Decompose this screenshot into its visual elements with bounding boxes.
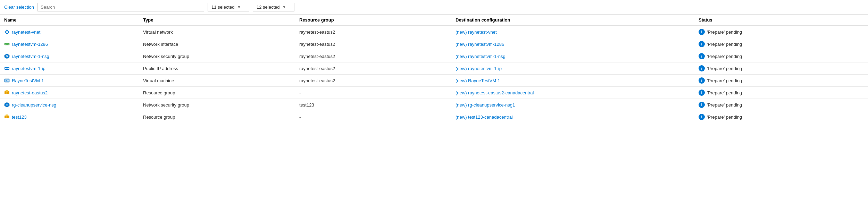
- toolbar: Clear selection 11 selected ▼ 12 selecte…: [0, 0, 868, 15]
- resource-name-text-3: raynetestvm-1-ip: [12, 66, 45, 71]
- dest-config-link-0[interactable]: (new) raynetest-vnet: [456, 29, 497, 35]
- info-icon-2[interactable]: i: [699, 53, 705, 59]
- cell-name-0: raynetest-vnet: [0, 26, 139, 38]
- svg-rect-5: [8, 44, 9, 44]
- status-text-5: 'Prepare' pending: [707, 90, 742, 95]
- type-filter-label: 11 selected: [211, 5, 235, 10]
- cell-type-0: Virtual network: [139, 26, 295, 38]
- cell-dest-1: (new) raynetestvm-1286: [451, 38, 694, 50]
- resource-name-link-3[interactable]: raynetestvm-1-ip: [4, 66, 135, 71]
- search-box[interactable]: [37, 3, 204, 11]
- cell-dest-0: (new) raynetest-vnet: [451, 26, 694, 38]
- cell-rg-3: raynetest-eastus2: [295, 62, 451, 75]
- table-row: raynetest-eastus2 Resource group - (new)…: [0, 87, 868, 99]
- dest-config-link-6[interactable]: (new) rg-cleanupservice-nsg1: [456, 102, 515, 108]
- dest-config-link-2[interactable]: (new) raynetestvm-1-nsg: [456, 54, 506, 59]
- info-icon-4[interactable]: i: [699, 77, 705, 84]
- clear-selection-button[interactable]: Clear selection: [4, 5, 34, 10]
- cell-rg-4: raynetest-eastus2: [295, 75, 451, 87]
- status-text-6: 'Prepare' pending: [707, 102, 742, 108]
- region-filter-dropdown[interactable]: 12 selected ▼: [253, 3, 294, 11]
- resource-name-link-5[interactable]: raynetest-eastus2: [4, 90, 135, 95]
- cell-name-2: S raynetestvm-1-nsg: [0, 50, 139, 62]
- resource-icon-5: [4, 90, 10, 95]
- resource-name-link-2[interactable]: S raynetestvm-1-nsg: [4, 53, 135, 59]
- cell-dest-7: (new) test123-canadacentral: [451, 111, 694, 123]
- resource-name-text-2: raynetestvm-1-nsg: [12, 54, 49, 59]
- svg-rect-20: [5, 116, 7, 118]
- table-row: test123 Resource group - (new) test123-c…: [0, 111, 868, 123]
- cell-name-5: raynetest-eastus2: [0, 87, 139, 99]
- dest-config-link-3[interactable]: (new) raynetestvm-1-ip: [456, 66, 502, 71]
- cell-type-7: Resource group: [139, 111, 295, 123]
- resource-name-text-6: rg-cleanupservice-nsg: [12, 102, 56, 108]
- svg-rect-17: [6, 90, 8, 92]
- dest-config-link-7[interactable]: (new) test123-canadacentral: [456, 115, 513, 120]
- cell-rg-7: -: [295, 111, 451, 123]
- resource-name-link-4[interactable]: RayneTestVM-1: [4, 78, 135, 83]
- cell-rg-2: raynetest-eastus2: [295, 50, 451, 62]
- resource-icon-6: S: [4, 102, 10, 108]
- search-input[interactable]: [41, 5, 201, 10]
- dest-config-link-4[interactable]: (new) RayneTestVM-1: [456, 78, 500, 83]
- resource-name-text-5: raynetest-eastus2: [12, 90, 48, 95]
- svg-rect-3: [5, 44, 6, 44]
- cell-dest-6: (new) rg-cleanupservice-nsg1: [451, 99, 694, 111]
- info-icon-1[interactable]: i: [699, 41, 705, 47]
- cell-name-7: test123: [0, 111, 139, 123]
- svg-text:S: S: [6, 55, 8, 57]
- col-header-type: Type: [139, 15, 295, 26]
- cell-dest-2: (new) raynetestvm-1-nsg: [451, 50, 694, 62]
- status-cell-7: i 'Prepare' pending: [699, 114, 864, 120]
- resource-name-text-7: test123: [12, 115, 27, 120]
- status-cell-3: i 'Prepare' pending: [699, 65, 864, 71]
- cell-rg-0: raynetest-eastus2: [295, 26, 451, 38]
- svg-point-11: [8, 68, 9, 69]
- resource-icon-3: [4, 66, 10, 71]
- col-header-rg: Resource group: [295, 15, 451, 26]
- cell-name-6: S rg-cleanupservice-nsg: [0, 99, 139, 111]
- dest-config-link-5[interactable]: (new) raynetest-eastus2-canadacentral: [456, 90, 534, 95]
- table-row: S rg-cleanupservice-nsg Network security…: [0, 99, 868, 111]
- resource-icon-7: [4, 114, 10, 120]
- cell-type-2: Network security group: [139, 50, 295, 62]
- resources-table: Name Type Resource group Destination con…: [0, 15, 868, 123]
- col-header-dest: Destination configuration: [451, 15, 694, 26]
- info-icon-0[interactable]: i: [699, 29, 705, 35]
- svg-text:S: S: [6, 103, 8, 106]
- resource-name-link-6[interactable]: S rg-cleanupservice-nsg: [4, 102, 135, 108]
- info-icon-5[interactable]: i: [699, 90, 705, 96]
- status-text-4: 'Prepare' pending: [707, 78, 742, 83]
- cell-status-6: i 'Prepare' pending: [694, 99, 868, 111]
- col-header-name: Name: [0, 15, 139, 26]
- cell-type-5: Resource group: [139, 87, 295, 99]
- info-icon-7[interactable]: i: [699, 114, 705, 120]
- cell-type-3: Public IP address: [139, 62, 295, 75]
- dest-config-link-1[interactable]: (new) raynetestvm-1286: [456, 42, 504, 47]
- cell-status-0: i 'Prepare' pending: [694, 26, 868, 38]
- cell-rg-1: raynetest-eastus2: [295, 38, 451, 50]
- col-header-status: Status: [694, 15, 868, 26]
- table-row: raynetestvm-1286 Network interface rayne…: [0, 38, 868, 50]
- table-row: S raynetestvm-1-nsg Network security gro…: [0, 50, 868, 62]
- resource-icon-2: S: [4, 53, 10, 59]
- status-text-3: 'Prepare' pending: [707, 66, 742, 71]
- cell-status-7: i 'Prepare' pending: [694, 111, 868, 123]
- info-icon-3[interactable]: i: [699, 65, 705, 71]
- svg-rect-22: [6, 115, 8, 116]
- cell-name-4: RayneTestVM-1: [0, 75, 139, 87]
- cell-type-6: Network security group: [139, 99, 295, 111]
- resource-icon-1: [4, 41, 10, 47]
- info-icon-6[interactable]: i: [699, 102, 705, 108]
- resource-name-link-7[interactable]: test123: [4, 114, 135, 120]
- status-cell-5: i 'Prepare' pending: [699, 90, 864, 96]
- table-header-row: Name Type Resource group Destination con…: [0, 15, 868, 26]
- resource-name-link-0[interactable]: raynetest-vnet: [4, 29, 135, 35]
- status-text-1: 'Prepare' pending: [707, 42, 742, 47]
- resource-name-link-1[interactable]: raynetestvm-1286: [4, 41, 135, 47]
- status-text-2: 'Prepare' pending: [707, 54, 742, 59]
- cell-dest-3: (new) raynetestvm-1-ip: [451, 62, 694, 75]
- svg-rect-4: [7, 44, 7, 44]
- cell-rg-5: -: [295, 87, 451, 99]
- type-filter-dropdown[interactable]: 11 selected ▼: [208, 3, 249, 11]
